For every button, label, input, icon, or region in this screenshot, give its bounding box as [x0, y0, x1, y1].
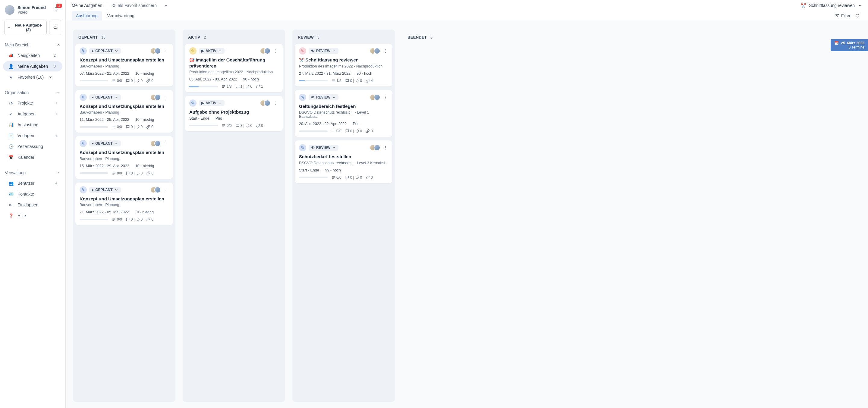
- assignees[interactable]: [150, 187, 161, 193]
- assignees[interactable]: [150, 48, 161, 54]
- sidebar-item-calendar[interactable]: 📅 Kalender: [3, 152, 62, 162]
- help-icon: ❓: [8, 213, 14, 218]
- section-verwaltung[interactable]: Verwaltung: [0, 168, 65, 178]
- more-icon[interactable]: ⋮: [163, 49, 169, 53]
- sidebar-item-contacts[interactable]: 🪪 Kontakte: [3, 189, 62, 199]
- more-icon[interactable]: ⋮: [383, 49, 388, 53]
- star-outline-icon: [112, 3, 116, 7]
- pencil-icon: ✎: [80, 47, 87, 55]
- status-chip[interactable]: 👁 REVIEW: [309, 94, 338, 100]
- assignees[interactable]: [370, 94, 380, 101]
- chevron-down-icon: [332, 146, 336, 150]
- more-icon[interactable]: ⋮: [383, 95, 388, 100]
- assignees[interactable]: [370, 48, 380, 54]
- pencil-icon: ✎: [80, 94, 87, 101]
- pie-icon: ◔: [8, 101, 14, 105]
- status-chip[interactable]: 👁 REVIEW: [309, 145, 338, 151]
- assignees[interactable]: [370, 144, 380, 151]
- chart-icon: 📊: [8, 122, 14, 127]
- chevron-up-icon: [56, 90, 61, 95]
- status-chip[interactable]: ▶ AKTIV: [199, 48, 224, 54]
- pencil-icon: ✎: [299, 144, 306, 151]
- assignees[interactable]: [150, 140, 161, 147]
- gear-icon[interactable]: [855, 13, 860, 18]
- review-link[interactable]: Schnittfassung reviewen: [809, 3, 855, 8]
- status-chip[interactable]: ● GEPLANT: [89, 48, 121, 54]
- user-org: Video: [18, 10, 46, 14]
- assignees[interactable]: [260, 100, 271, 106]
- chevron-down-icon[interactable]: [164, 3, 168, 7]
- scissors-icon: ✂️: [801, 3, 806, 8]
- collapse-icon: ⇤: [8, 202, 14, 207]
- sidebar-item-projects[interactable]: ◔ Projekte +: [3, 98, 62, 108]
- svg-point-0: [54, 26, 56, 28]
- search-button[interactable]: [49, 20, 61, 35]
- task-card[interactable]: ✎ 👁 REVIEW ⋮ Schutzbedarf feststellen DS…: [295, 140, 393, 183]
- sidebar: Simon Freund Video 1 Neue Aufgabe (2) Me…: [0, 0, 66, 408]
- tab-responsibility[interactable]: Verantwortung: [103, 11, 138, 21]
- pencil-icon: ✎: [189, 99, 196, 107]
- sidebar-item-mytasks[interactable]: 👤 Meine Aufgaben 3: [3, 61, 62, 71]
- status-chip[interactable]: ● GEPLANT: [89, 94, 121, 100]
- megaphone-icon: 📣: [8, 53, 14, 58]
- comments-stat: 0 | 0: [126, 79, 143, 83]
- status-chip[interactable]: ▶ AKTIV: [199, 100, 224, 106]
- pencil-icon: ✎: [189, 47, 196, 55]
- card-title: Konzept und Umsetzungsplan erstellen: [80, 57, 169, 63]
- chevron-down-icon: [218, 101, 222, 105]
- sidebar-item-templates[interactable]: 📄 Vorlagen +: [3, 130, 62, 141]
- tab-execution[interactable]: Ausführung: [72, 11, 102, 21]
- users-icon: 👥: [8, 181, 14, 186]
- status-chip[interactable]: ● GEPLANT: [89, 140, 121, 147]
- more-icon[interactable]: ⋮: [273, 101, 278, 105]
- user-block[interactable]: Simon Freund Video 1: [0, 2, 65, 17]
- task-card[interactable]: ✎ ● GEPLANT ⋮ Konzept und Umsetzungsplan…: [75, 183, 173, 225]
- column-planned: GEPLANT 16 ✎ ● GEPLANT ⋮ Konzept und Ums…: [73, 30, 176, 402]
- filter-button[interactable]: Filter: [835, 13, 850, 18]
- more-icon[interactable]: ⋮: [273, 49, 278, 53]
- assignees[interactable]: [260, 48, 271, 54]
- more-icon[interactable]: ⋮: [163, 187, 169, 192]
- sidebar-item-load[interactable]: 📊 Auslastung: [3, 120, 62, 130]
- check-circle-icon: ✔: [8, 112, 14, 116]
- task-card[interactable]: ✎ ● GEPLANT ⋮ Konzept und Umsetzungsplan…: [75, 90, 173, 133]
- status-chip[interactable]: 👁 REVIEW: [309, 48, 338, 54]
- pencil-icon: ✎: [80, 140, 87, 147]
- task-card[interactable]: ✎ ▶ AKTIV ⋮ Aufgabe ohne Projektbezug St…: [185, 96, 283, 131]
- sidebar-item-news[interactable]: 📣 Neuigkeiten 2: [3, 50, 62, 61]
- task-card[interactable]: ✎ 👁 REVIEW ⋮ Geltungsbereich festlegen D…: [295, 90, 393, 137]
- sidebar-item-help[interactable]: ❓ Hilfe: [3, 211, 62, 221]
- notifications-button[interactable]: 1: [52, 5, 61, 15]
- copy-icon: 📄: [8, 133, 14, 138]
- user-name: Simon Freund: [18, 5, 46, 10]
- more-icon[interactable]: ⋮: [383, 145, 388, 150]
- sidebar-item-time[interactable]: 🕒 Zeiterfassung: [3, 141, 62, 152]
- assignees[interactable]: [150, 94, 161, 101]
- section-organisation[interactable]: Organisation: [0, 88, 65, 97]
- sidebar-item-favorites[interactable]: ★ Favoriten (10): [3, 72, 62, 82]
- task-card[interactable]: ✎ ● GEPLANT ⋮ Konzept und Umsetzungsplan…: [75, 136, 173, 179]
- sidebar-item-tasks[interactable]: ✔ Aufgaben +: [3, 109, 62, 119]
- add-project-button[interactable]: +: [55, 101, 58, 105]
- task-card[interactable]: ✎ 👁 REVIEW ⋮ ✂️ Schnittfassung reviewen …: [295, 44, 393, 87]
- more-icon[interactable]: ⋮: [163, 95, 169, 100]
- status-chip[interactable]: ● GEPLANT: [89, 187, 121, 193]
- chevron-down-icon: [114, 49, 119, 53]
- main: Meine Aufgaben | als Favorit speichern ✂…: [66, 0, 868, 408]
- section-mein-bereich[interactable]: Mein Bereich: [0, 40, 65, 50]
- sidebar-item-users[interactable]: 👥 Benutzer +: [3, 178, 62, 188]
- more-icon[interactable]: ⋮: [163, 141, 169, 146]
- new-task-button[interactable]: Neue Aufgabe (2): [4, 20, 47, 35]
- chevron-down-icon: [332, 49, 336, 53]
- add-task-button[interactable]: +: [55, 112, 58, 116]
- task-card[interactable]: ✎ ● GEPLANT ⋮ Konzept und Umsetzungsplan…: [75, 44, 173, 87]
- chevron-up-icon: [56, 170, 61, 175]
- add-template-button[interactable]: +: [55, 133, 58, 138]
- task-card[interactable]: ✎ ▶ AKTIV ⋮ 🎯 Imagefilm der Geschäftsfüh…: [185, 44, 283, 92]
- sidebar-item-collapse[interactable]: ⇤ Einklappen: [3, 200, 62, 210]
- save-favorite-button[interactable]: als Favorit speichern: [112, 3, 157, 8]
- column-active: AKTIV 2 ✎ ▶ AKTIV ⋮ 🎯 Imagefilm der Gesc…: [183, 30, 285, 402]
- chevron-down-icon: [49, 75, 53, 79]
- chevron-down-icon[interactable]: [858, 3, 862, 7]
- add-user-button[interactable]: +: [55, 181, 58, 186]
